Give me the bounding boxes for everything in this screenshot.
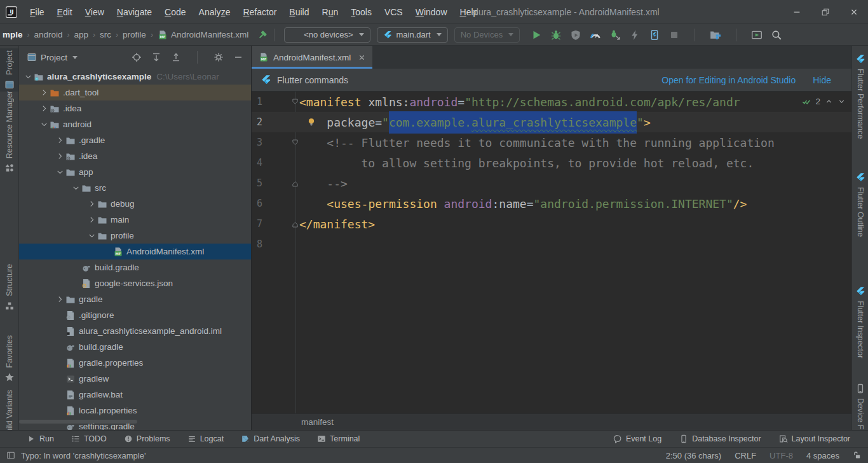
close-icon[interactable]	[358, 53, 366, 62]
tool-button-logcat[interactable]: Logcat	[187, 434, 224, 443]
code-line-7[interactable]: 7</manifest>	[252, 214, 851, 234]
code-line-6[interactable]: 6 <uses-permission android:name="android…	[252, 193, 851, 214]
fold-marker-icon[interactable]	[291, 139, 299, 147]
tree-row-app[interactable]: app	[19, 164, 251, 180]
chevron-down-icon[interactable]	[86, 231, 97, 241]
tree-row-android[interactable]: android	[19, 116, 251, 132]
tool-stripe-build-variants[interactable]: Build Variants	[0, 388, 18, 430]
tree-row-alura-crashlyticsexample[interactable]: alura_crashlyticsexampleC:\Users\Leonar	[19, 69, 251, 85]
panel-settings-button[interactable]	[214, 52, 224, 62]
devices-dropdown[interactable]: No Devices	[454, 27, 520, 43]
code-line-1[interactable]: 1<manifest xmlns:android="http://schemas…	[252, 92, 851, 112]
code-line-8[interactable]: 8	[252, 234, 851, 254]
open-in-android-studio-link[interactable]: Open for Editing in Android Studio	[661, 75, 796, 85]
project-structure-button[interactable]	[710, 29, 721, 41]
code-line-3[interactable]: 3 <!-- Flutter needs it to communicate w…	[252, 132, 851, 153]
tree-row-debug[interactable]: debug	[19, 196, 251, 212]
tree-row-build-gradle[interactable]: build.gradle	[19, 259, 251, 275]
chevron-right-icon[interactable]	[54, 151, 65, 162]
chevron-down-icon[interactable]	[70, 183, 81, 193]
code-line-5[interactable]: 5 -->	[252, 173, 851, 193]
tree-row-profile[interactable]: profile	[19, 228, 251, 244]
tool-stripe-project[interactable]: Project	[0, 48, 18, 92]
tree-row-build-gradle[interactable]: build.gradle	[19, 339, 251, 355]
flutter-hot-restart-button[interactable]	[649, 29, 660, 41]
lock-open-icon[interactable]	[853, 451, 862, 460]
tool-stripe-structure[interactable]: Structure	[0, 262, 18, 313]
chevron-right-icon[interactable]	[86, 199, 97, 209]
menu-run[interactable]: Run	[316, 0, 345, 24]
intention-lightbulb-icon[interactable]	[306, 117, 316, 127]
menu-view[interactable]: View	[79, 0, 111, 24]
menu-analyze[interactable]: Analyze	[193, 0, 237, 24]
tool-stripe-device-file-explorer[interactable]: Device File Explorer	[852, 382, 868, 430]
device-manager-button[interactable]	[751, 29, 763, 41]
fold-marker-icon[interactable]	[291, 220, 299, 228]
tool-stripe-flutter-outline[interactable]: Flutter Outline	[852, 170, 868, 239]
tree-row-gradlew-bat[interactable]: gradlew.bat	[19, 387, 251, 403]
breadcrumb-item-androidmanifest.xml[interactable]: MFAndroidManifest.xml	[158, 30, 248, 40]
tree-row-src[interactable]: src	[19, 180, 251, 196]
breadcrumb-item-profile[interactable]: profile	[123, 30, 146, 39]
tool-button-layout-inspector[interactable]: Layout Inspector	[779, 434, 850, 443]
tool-button-terminal[interactable]: Terminal	[317, 434, 360, 443]
run-button[interactable]	[531, 29, 542, 41]
device-selector[interactable]: <no devices>	[284, 27, 370, 43]
chevron-right-icon[interactable]	[38, 88, 50, 98]
chevron-down-icon[interactable]	[72, 56, 78, 59]
code-line-2[interactable]: 2 package="com.example.alura_crashlytics…	[252, 112, 851, 132]
menu-vcs[interactable]: VCS	[378, 0, 409, 24]
tree-row-gradle-properties[interactable]: gradle.properties	[19, 355, 251, 371]
hide-panel-button[interactable]	[233, 52, 243, 62]
flutter-hot-reload-button[interactable]	[629, 29, 641, 41]
tree-row--dart-tool[interactable]: .dart_tool	[19, 85, 251, 100]
restore-button[interactable]	[811, 0, 839, 24]
menu-build[interactable]: Build	[283, 0, 315, 24]
attach-debugger-button[interactable]	[609, 29, 621, 41]
close-button[interactable]	[839, 0, 868, 24]
run-configuration-selector[interactable]: main.dart	[377, 27, 448, 43]
expand-all-button[interactable]	[151, 52, 161, 62]
breadcrumb-item-android[interactable]: android	[34, 30, 63, 39]
tree-row-androidmanifest-xml[interactable]: MFAndroidManifest.xml	[19, 244, 251, 259]
tree-row-main[interactable]: main	[19, 212, 251, 228]
breadcrumb-item-app[interactable]: app	[74, 30, 89, 39]
tree-row--idea[interactable]: .idea	[19, 100, 251, 116]
search-everywhere-button[interactable]	[771, 29, 782, 41]
menu-navigate[interactable]: Navigate	[111, 0, 158, 24]
tool-button-run[interactable]: Run	[27, 434, 54, 443]
chevron-right-icon[interactable]	[54, 135, 65, 146]
tree-row--idea[interactable]: .idea	[19, 148, 251, 164]
profile-button[interactable]	[570, 29, 581, 41]
stop-button[interactable]	[668, 29, 680, 41]
line-separator[interactable]: CRLF	[735, 451, 756, 460]
code-editor[interactable]: 1<manifest xmlns:android="http://schemas…	[252, 92, 851, 413]
tree-row-gradle[interactable]: gradle	[19, 291, 251, 307]
file-encoding[interactable]: UTF-8	[770, 451, 793, 460]
tree-row-alura-crashlyticsexample-android-iml[interactable]: alura_crashlyticsexample_android.iml	[19, 323, 251, 339]
minimize-button[interactable]	[782, 0, 811, 24]
menu-tools[interactable]: Tools	[344, 0, 378, 24]
menu-edit[interactable]: Edit	[51, 0, 79, 24]
tree-row-google-services-json[interactable]: google-services.json	[19, 275, 251, 291]
breadcrumb-item-mple[interactable]: mple	[3, 30, 23, 39]
breadcrumb-item-src[interactable]: src	[100, 30, 111, 39]
menu-file[interactable]: File	[24, 0, 51, 24]
chevron-right-icon[interactable]	[54, 294, 65, 305]
profiler-button[interactable]	[590, 29, 601, 41]
chevron-down-icon[interactable]	[22, 72, 34, 82]
fold-marker-icon[interactable]	[291, 98, 299, 106]
project-panel-title[interactable]: Project	[41, 53, 67, 62]
tree-row--gitignore[interactable]: .gitignore	[19, 307, 251, 323]
tool-stripe-flutter-inspector[interactable]: Flutter Inspector	[852, 284, 868, 360]
chevron-right-icon[interactable]	[38, 104, 50, 114]
tool-button-todo[interactable]: TODO	[71, 434, 107, 443]
select-opened-file-button[interactable]	[132, 52, 142, 62]
tool-button-event-log[interactable]: Event Log	[613, 434, 661, 443]
tab-androidmanifest[interactable]: MF AndroidManifest.xml	[252, 46, 372, 69]
menu-refactor[interactable]: Refactor	[236, 0, 283, 24]
indent-style[interactable]: 4 spaces	[806, 451, 839, 460]
tool-stripe-flutter-performance[interactable]: Flutter Performance	[852, 52, 868, 141]
menu-window[interactable]: Window	[409, 0, 454, 24]
prev-problem-chevron-up-icon[interactable]	[825, 97, 833, 106]
